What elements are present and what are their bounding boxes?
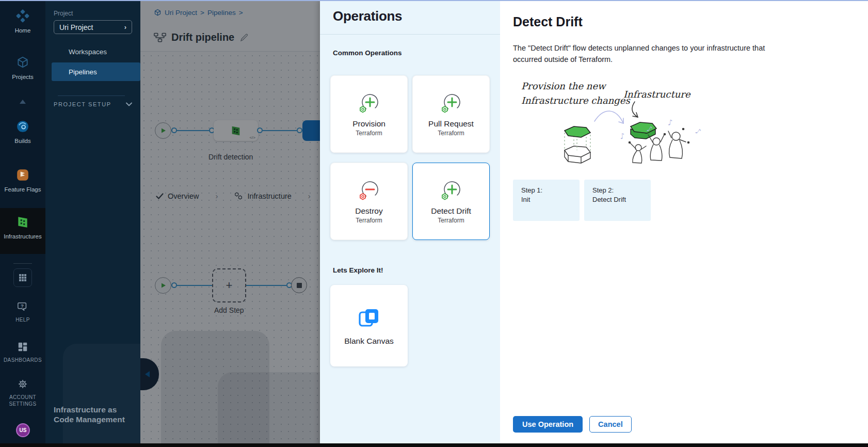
provision-terraform-icon (357, 91, 381, 116)
project-selector-value: Uri Project (59, 23, 93, 31)
use-operation-button[interactable]: Use Operation (513, 416, 583, 433)
sidebar-item-feature-flags[interactable]: Feature Flags (0, 168, 45, 193)
sidebar-item-home[interactable]: Home (0, 9, 45, 34)
sidebar-watermark (63, 344, 140, 447)
step-name: Init (521, 195, 580, 205)
step-card-2: Step 2: Detect Drift (584, 180, 651, 221)
projects-icon (16, 56, 29, 69)
steps-row: Step 1: Init Step 2: Detect Drift (513, 180, 853, 221)
builds-icon (16, 120, 29, 133)
dashboards-icon (17, 341, 28, 353)
modal-overlay[interactable] (140, 0, 320, 447)
operation-detail-panel: Detect Drift The "Detect Drift" flow det… (500, 0, 868, 447)
avatar-initials: US (20, 427, 27, 433)
explore-heading: Lets Explore It! (333, 266, 490, 274)
dialog-actions: Use Operation Cancel (513, 416, 632, 433)
operation-card-destroy[interactable]: Destroy Terraform (330, 163, 408, 240)
operation-subtitle: Terraform (356, 130, 382, 137)
operation-name: Destroy (355, 206, 382, 216)
sidebar-divider (58, 95, 125, 96)
operation-name: Provision (352, 119, 385, 129)
sidebar-item-pipelines[interactable]: Pipelines (52, 62, 140, 81)
detail-title: Detect Drift (513, 14, 853, 29)
step-name: Detect Drift (592, 195, 651, 205)
module-sidebar: Home Projects Builds (0, 0, 45, 447)
step-title: Step 2: (592, 186, 651, 196)
project-setup-section[interactable]: PROJECT SETUP (54, 101, 132, 107)
user-avatar[interactable]: US (16, 423, 30, 437)
operations-grid: Provision Terraform Pull Request Terrafo… (330, 75, 490, 240)
operations-drawer: Operations Common Operations Provision T… (320, 0, 500, 447)
detect-drift-terraform-icon (439, 179, 463, 203)
sidebar-item-help[interactable]: ? HELP (0, 301, 45, 324)
svg-text:♪: ♪ (618, 131, 625, 140)
chevron-right-icon: › (124, 23, 126, 31)
operation-card-detect-drift[interactable]: Detect Drift Terraform (412, 163, 490, 240)
module-browser-button[interactable] (13, 268, 32, 287)
operation-name: Pull Request (428, 119, 474, 129)
sidebar-item-label: Feature Flags (0, 186, 45, 193)
section-label: PROJECT SETUP (54, 101, 111, 107)
sidebar-item-label: ACCOUNT SETTINGS (5, 394, 41, 407)
chevron-down-icon (126, 102, 132, 106)
module-footer-title: Infrastructure as Code Management (54, 405, 136, 425)
home-icon (16, 9, 29, 23)
card-name: Blank Canvas (344, 337, 394, 346)
pull-request-terraform-icon (439, 91, 463, 116)
illustration-label: Infrastructure changes (521, 95, 631, 106)
illustration-label: Infrastructure (623, 89, 691, 100)
common-operations-heading: Common Operations (333, 49, 490, 57)
operation-card-pull-request[interactable]: Pull Request Terraform (412, 75, 490, 153)
collapse-modules-button[interactable] (0, 98, 45, 106)
help-chat-icon: ? (17, 301, 28, 312)
app-window: Home Projects Builds (0, 0, 868, 447)
sidebar-item-label: Builds (0, 138, 45, 144)
window-bottom-bar (0, 443, 868, 447)
project-sidebar: Project Uri Project › Workspaces Pipelin… (45, 0, 140, 447)
step-title: Step 1: (521, 186, 580, 196)
svg-text:?: ? (21, 304, 24, 309)
svg-text:♪: ♪ (694, 126, 702, 135)
sidebar-item-label: Projects (0, 74, 45, 80)
sidebar-item-label: Infrastructures (0, 233, 45, 240)
sidebar-item-infrastructures[interactable]: Infrastructures (0, 215, 45, 240)
sidebar-item-account-settings[interactable]: ACCOUNT SETTINGS (0, 378, 45, 407)
illustration-label: Provision the new (521, 81, 607, 91)
operation-name: Detect Drift (431, 206, 471, 216)
sidebar-item-label: Home (0, 27, 45, 34)
sidebar-item-label: DASHBOARDS (0, 357, 45, 364)
blank-canvas-card[interactable]: Blank Canvas (330, 285, 408, 366)
operation-card-provision[interactable]: Provision Terraform (330, 75, 408, 153)
detail-description: The "Detect Drift" flow detects unplanne… (513, 43, 794, 66)
sidebar-divider (13, 263, 32, 264)
sidebar-item-builds[interactable]: Builds (0, 120, 45, 144)
hexagon-wireframe (565, 126, 590, 163)
detect-drift-illustration: Provision the new Infrastructure changes… (513, 75, 719, 170)
operation-subtitle: Terraform (438, 217, 464, 224)
drawer-divider (320, 34, 500, 35)
feature-flags-icon (16, 168, 29, 182)
sidebar-item-label: HELP (0, 317, 45, 324)
window-top-border (0, 0, 868, 1)
nav-item-label: Pipelines (69, 68, 97, 76)
sidebar-item-projects[interactable]: Projects (0, 56, 45, 80)
triangle-up-icon (19, 99, 27, 104)
infrastructures-icon (16, 215, 29, 229)
grid-icon (19, 274, 27, 282)
project-selector[interactable]: Uri Project › (54, 20, 132, 34)
blank-canvas-icon (357, 306, 381, 329)
svg-text:♪: ♪ (667, 118, 673, 126)
operation-subtitle: Terraform (438, 130, 464, 137)
sidebar-item-workspaces[interactable]: Workspaces (52, 42, 140, 61)
sidebar-item-dashboards[interactable]: DASHBOARDS (0, 341, 45, 364)
hexagon-green (631, 122, 656, 139)
nav-item-label: Workspaces (69, 48, 107, 56)
project-field-label: Project (54, 10, 73, 17)
step-card-1: Step 1: Init (513, 180, 580, 221)
drawer-title: Operations (333, 8, 490, 24)
operation-subtitle: Terraform (356, 217, 382, 224)
gear-icon (17, 378, 28, 390)
destroy-terraform-icon (357, 179, 381, 203)
cancel-button[interactable]: Cancel (589, 416, 632, 433)
